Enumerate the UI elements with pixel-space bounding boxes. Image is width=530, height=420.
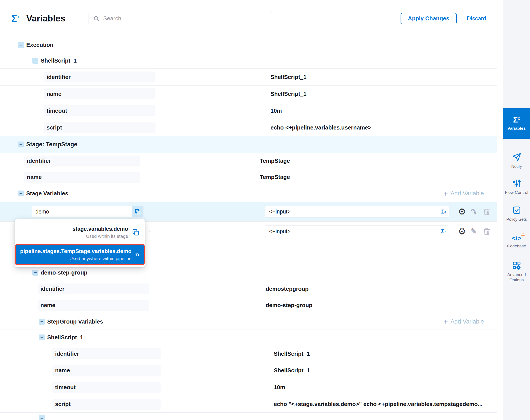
search-box[interactable] [88, 12, 272, 25]
variable-name-text: demo [32, 209, 132, 215]
field-value: demo-step-group [266, 302, 312, 309]
tree-row-step: − ShellScript_1 [0, 53, 497, 69]
field-value: ShellScript_1 [274, 367, 310, 374]
variable-value-input[interactable]: <+input> Σx [265, 206, 449, 217]
discard-button[interactable]: Discard [467, 15, 486, 22]
step-title: ShellScript_1 [41, 57, 77, 64]
copy-icon[interactable] [132, 206, 143, 217]
rail-spacer [503, 0, 530, 108]
field-row: name TempStage [0, 169, 497, 185]
expression-scope: Used anywhere within pipeline [70, 256, 132, 261]
edit-pencil-icon[interactable]: ✎ [470, 208, 477, 216]
sidebar-item-flow-control[interactable]: Flow Control [503, 179, 530, 195]
field-label: identifier [38, 284, 149, 294]
edit-pencil-icon[interactable]: ✎ [470, 227, 477, 236]
field-value: 10m [274, 384, 285, 391]
variable-value-text: <+input> [265, 228, 438, 235]
field-label: name [38, 300, 149, 311]
field-label: identifier [52, 348, 161, 359]
field-label: name [52, 365, 161, 376]
collapse-icon[interactable]: − [32, 270, 38, 276]
delete-trash-icon[interactable] [483, 227, 491, 236]
add-variable-button[interactable]: +Add Variable [444, 190, 484, 197]
collapse-icon[interactable]: − [18, 191, 24, 196]
variable-expression-popup: stage.variables.demo Used within its sta… [15, 219, 145, 267]
field-label: script [52, 399, 161, 410]
page-title: Variables [27, 14, 65, 23]
copy-icon [135, 251, 139, 258]
variable-value-text: <+input> [265, 209, 438, 215]
sidebar-item-notify[interactable]: Notify [503, 153, 530, 169]
copy-icon [132, 229, 139, 236]
field-value: echo "<+stage.variables.demo>" echo <+pi… [274, 401, 483, 407]
tree-row-execution: − Execution [0, 37, 497, 53]
tree-row-stage-variables: − Stage Variables +Add Variable [0, 185, 497, 202]
field-row: timeout 10m [0, 102, 497, 119]
step-group-title: demo-step-group [41, 269, 88, 276]
expression-option-selected[interactable]: pipeline.stages.TempStage.variables.demo… [15, 244, 145, 265]
sidebar-item-codebase[interactable]: </> ⚠ Codebase [503, 235, 530, 249]
settings-gear-icon[interactable]: ⚙ [458, 227, 466, 236]
field-label: timeout [52, 382, 161, 393]
field-value: ShellScript_1 [274, 350, 310, 357]
plus-icon: + [444, 190, 448, 197]
sliders-icon [512, 179, 521, 188]
type-separator: - [149, 228, 151, 235]
field-row: identifier ShellScript_1 [0, 345, 497, 362]
field-label: identifier [44, 72, 155, 82]
expression-option[interactable]: stage.variables.demo Used within its sta… [15, 222, 145, 242]
sidebar-item-advanced-options[interactable]: Advanced Options [503, 261, 530, 283]
variable-value-input[interactable]: <+input> Σx [265, 225, 449, 237]
expression-icon[interactable]: Σx [438, 226, 449, 237]
variable-name-input[interactable]: demo [32, 206, 143, 217]
field-row: name ShellScript_1 [0, 362, 497, 379]
section-title: StepGroup Variables [47, 318, 103, 325]
collapse-icon[interactable]: − [18, 42, 24, 48]
search-input[interactable] [103, 15, 268, 22]
settings-gear-icon[interactable]: ⚙ [458, 207, 466, 216]
sidebar-item-label: Flow Control [505, 190, 528, 195]
collapse-icon[interactable]: − [39, 415, 45, 420]
panel-header: Σx Variables Apply Changes Discard [0, 0, 497, 37]
field-label: identifier [24, 155, 140, 166]
apply-changes-button[interactable]: Apply Changes [400, 13, 457, 24]
sidebar-item-label: Advanced Options [504, 272, 529, 283]
sidebar-item-variables[interactable]: Σx Variables [503, 108, 530, 139]
field-value: echo <+pipeline.variables.username> [270, 124, 371, 131]
collapse-icon[interactable]: − [39, 334, 45, 340]
code-warning-icon: </> ⚠ [512, 235, 521, 241]
plus-icon: + [444, 318, 448, 325]
tree-row-stepgroup-variables: − StepGroup Variables +Add Variable [0, 314, 497, 330]
paper-plane-icon [512, 153, 521, 162]
sidebar-item-policy-sets[interactable]: Policy Sets [503, 206, 530, 222]
step-title: ShellScript_1 [47, 334, 83, 341]
sidebar-item-label: Policy Sets [506, 217, 527, 222]
sidebar-item-label: Variables [507, 126, 526, 131]
search-icon [93, 15, 100, 22]
field-value: ShellScript_1 [270, 90, 307, 97]
partial-row: − [0, 413, 497, 420]
collapse-icon[interactable]: − [39, 319, 45, 325]
sidebar-item-label: Notify [511, 164, 522, 169]
studio-right-rail: Σx Variables Notify Flow Control Policy … [503, 0, 530, 420]
delete-trash-icon[interactable] [483, 207, 491, 216]
expression-icon[interactable]: Σx [438, 206, 449, 217]
policy-check-icon [512, 206, 521, 215]
expression-path: stage.variables.demo [73, 226, 128, 232]
field-value: TempStage [260, 157, 290, 164]
field-label: name [24, 172, 140, 183]
collapse-icon[interactable]: − [32, 58, 38, 64]
field-value: demostepgroup [266, 285, 309, 292]
field-label: name [44, 88, 155, 99]
field-row: identifier ShellScript_1 [0, 69, 497, 86]
field-row: identifier TempStage [0, 153, 497, 169]
field-row: timeout 10m [0, 379, 497, 396]
variable-row-demo: demo - <+input> Σx ⚙ ✎ [0, 202, 497, 222]
field-value: 10m [270, 107, 282, 114]
collapse-icon[interactable]: − [18, 142, 24, 148]
field-label: timeout [44, 105, 155, 116]
field-label: script [44, 122, 155, 133]
field-row: identifier demostepgroup [0, 281, 497, 297]
add-variable-button[interactable]: +Add Variable [444, 318, 484, 325]
field-row: script echo <+pipeline.variables.usernam… [0, 119, 497, 136]
